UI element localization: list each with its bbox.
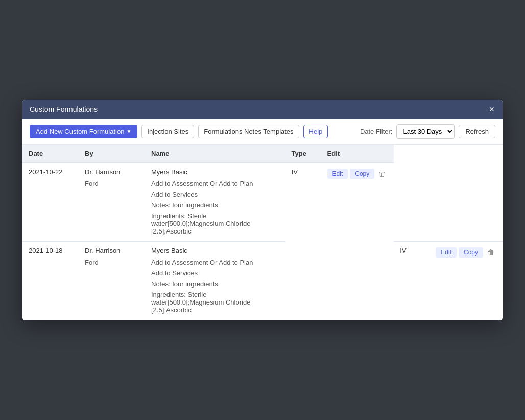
edit-button[interactable]: Edit bbox=[327, 169, 348, 179]
modal-title: Custom Formulations bbox=[30, 105, 98, 113]
col-header-by: By bbox=[79, 145, 145, 163]
table-row: Ingredients: Sterile water[500.0];Magnes… bbox=[22, 211, 503, 242]
table-row: Notes: four ingredients bbox=[22, 200, 503, 211]
dropdown-arrow-icon: ▼ bbox=[126, 129, 131, 134]
edit-group: Edit Copy 🗑 bbox=[327, 168, 388, 179]
col-header-type: Type bbox=[285, 145, 321, 163]
cell-type: IV bbox=[285, 163, 321, 258]
cell-by-1: Dr. Harrison bbox=[79, 163, 145, 179]
modal-toolbar: Add New Custom Formulation ▼ Injection S… bbox=[22, 119, 503, 145]
date-filter-select[interactable]: Last 30 Days Last 60 Days Last 90 Days A… bbox=[396, 124, 455, 139]
copy-button[interactable]: Copy bbox=[350, 169, 374, 179]
custom-formulations-modal: Custom Formulations × Add New Custom For… bbox=[22, 100, 503, 320]
formulations-notes-button[interactable]: Formulations Notes Templates bbox=[198, 125, 299, 138]
cell-date: 2021-10-22 bbox=[22, 163, 79, 190]
cell-edit: Edit Copy 🗑 bbox=[429, 242, 503, 320]
formulations-table: Date By Name Type Edit 2021-10-22 Dr. Ha… bbox=[22, 145, 503, 320]
table-header-row: Date By Name Type Edit bbox=[22, 145, 503, 163]
copy-button[interactable]: Copy bbox=[459, 247, 483, 258]
delete-button[interactable]: 🗑 bbox=[376, 168, 388, 179]
cell-by-2: Ford bbox=[79, 257, 145, 268]
cell-sub2: Add to Services bbox=[145, 189, 285, 200]
help-button[interactable]: Help bbox=[303, 125, 328, 138]
modal-header: Custom Formulations × bbox=[22, 100, 503, 119]
edit-group: Edit Copy 🗑 bbox=[436, 247, 496, 258]
add-button-label: Add New Custom Formulation bbox=[36, 128, 124, 135]
cell-edit: Edit Copy 🗑 bbox=[321, 163, 394, 258]
date-filter-label: Date Filter: bbox=[360, 128, 393, 135]
cell-sub4: Ingredients: Sterile water[500.0];Magnes… bbox=[145, 211, 285, 242]
cell-sub3: Notes: four ingredients bbox=[145, 278, 285, 289]
table-row: 2021-10-18 Dr. Harrison Myers Basic IV E… bbox=[22, 242, 503, 258]
injection-sites-button[interactable]: Injection Sites bbox=[141, 125, 194, 138]
cell-by-2: Ford bbox=[79, 178, 145, 189]
col-header-name: Name bbox=[145, 145, 285, 163]
cell-date: 2021-10-18 bbox=[22, 242, 79, 268]
table-row: 2021-10-22 Dr. Harrison Myers Basic IV E… bbox=[22, 163, 503, 179]
col-header-edit: Edit bbox=[321, 145, 394, 163]
refresh-button[interactable]: Refresh bbox=[459, 125, 495, 138]
cell-type: IV bbox=[394, 242, 429, 320]
col-header-date: Date bbox=[22, 145, 79, 163]
cell-sub2: Add to Services bbox=[145, 268, 285, 278]
table-row: Ford Add to Assessment Or Add to Plan bbox=[22, 178, 503, 189]
modal-close-button[interactable]: × bbox=[488, 105, 495, 114]
cell-by-1: Dr. Harrison bbox=[79, 242, 145, 258]
cell-name: Myers Basic bbox=[145, 163, 285, 179]
cell-sub1: Add to Assessment Or Add to Plan bbox=[145, 178, 285, 189]
table-row: Add to Services bbox=[22, 189, 503, 200]
edit-button[interactable]: Edit bbox=[436, 247, 457, 258]
cell-name: Myers Basic bbox=[145, 242, 285, 258]
cell-sub3: Notes: four ingredients bbox=[145, 200, 285, 211]
delete-button[interactable]: 🗑 bbox=[485, 247, 496, 258]
modal-body: Date By Name Type Edit 2021-10-22 Dr. Ha… bbox=[22, 145, 503, 320]
cell-sub4: Ingredients: Sterile water[500.0];Magnes… bbox=[145, 289, 285, 320]
date-filter-group: Date Filter: Last 30 Days Last 60 Days L… bbox=[360, 124, 495, 139]
add-custom-formulation-button[interactable]: Add New Custom Formulation ▼ bbox=[30, 125, 137, 138]
cell-sub1: Add to Assessment Or Add to Plan bbox=[145, 257, 285, 268]
